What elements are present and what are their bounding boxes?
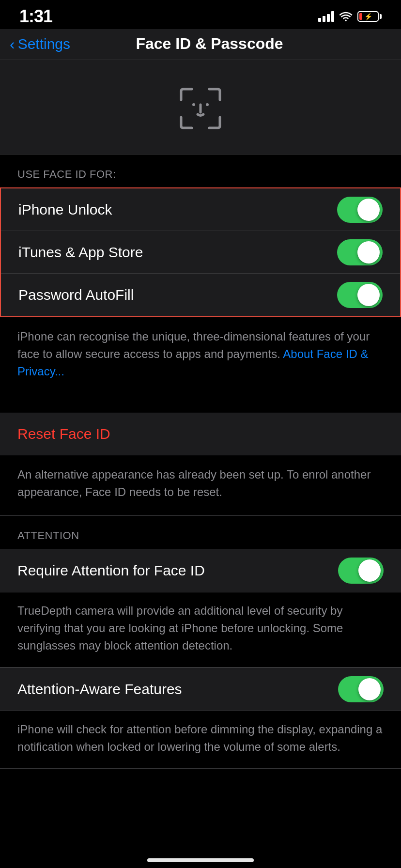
attention-aware-description-section: iPhone will check for attention before d… [0, 711, 401, 769]
alt-appearance-description-section: An alternative appearance has already be… [0, 455, 401, 516]
iphone-unlock-toggle[interactable] [337, 197, 383, 223]
attention-aware-description: iPhone will check for attention before d… [17, 721, 384, 756]
face-id-icon [176, 84, 225, 133]
alt-appearance-description: An alternative appearance has already be… [17, 466, 384, 501]
truedepth-description: TrueDepth camera will provide an additio… [17, 602, 384, 654]
itunes-app-store-toggle[interactable] [337, 239, 383, 265]
itunes-app-store-row: iTunes & App Store [1, 231, 400, 274]
attention-aware-group: Attention-Aware Features [0, 667, 401, 711]
itunes-app-store-label: iTunes & App Store [18, 244, 143, 261]
truedepth-description-section: TrueDepth camera will provide an additio… [0, 592, 401, 667]
battery-icon: ⚡ [357, 11, 382, 22]
face-id-header [0, 60, 401, 155]
use-face-id-section-label: USE FACE ID FOR: [0, 155, 401, 187]
status-time: 1:31 [19, 6, 52, 27]
attention-section-label: ATTENTION [0, 516, 401, 549]
back-label[interactable]: Settings [18, 36, 70, 52]
require-attention-group: Require Attention for Face ID [0, 549, 401, 592]
status-bar: 1:31 ⚡ [0, 0, 401, 29]
attention-aware-toggle[interactable] [338, 676, 384, 702]
back-button[interactable]: ‹ Settings [10, 36, 70, 52]
password-autofill-toggle[interactable] [337, 282, 383, 308]
signal-bars-icon [318, 11, 334, 22]
iphone-unlock-row: iPhone Unlock [1, 188, 400, 231]
require-attention-toggle[interactable] [338, 558, 384, 584]
attention-aware-label: Attention-Aware Features [17, 681, 182, 698]
password-autofill-label: Password AutoFill [18, 287, 134, 303]
page-title: Face ID & Passcode [70, 35, 349, 53]
reset-face-id-row[interactable]: Reset Face ID [0, 413, 401, 455]
require-attention-label: Require Attention for Face ID [17, 562, 205, 579]
face-id-description-section: iPhone can recognise the unique, three-d… [0, 317, 401, 395]
back-chevron-icon: ‹ [10, 36, 15, 52]
reset-face-id-label[interactable]: Reset Face ID [17, 426, 110, 442]
iphone-unlock-label: iPhone Unlock [18, 202, 112, 218]
attention-aware-row: Attention-Aware Features [0, 668, 401, 711]
nav-bar: ‹ Settings Face ID & Passcode [0, 29, 401, 60]
home-indicator [147, 858, 254, 862]
face-id-toggles-group: iPhone Unlock iTunes & App Store Passwor… [0, 187, 401, 317]
password-autofill-row: Password AutoFill [1, 274, 400, 316]
wifi-icon [339, 11, 353, 22]
require-attention-row: Require Attention for Face ID [0, 549, 401, 592]
status-icons: ⚡ [318, 11, 382, 22]
face-id-description: iPhone can recognise the unique, three-d… [17, 328, 384, 380]
